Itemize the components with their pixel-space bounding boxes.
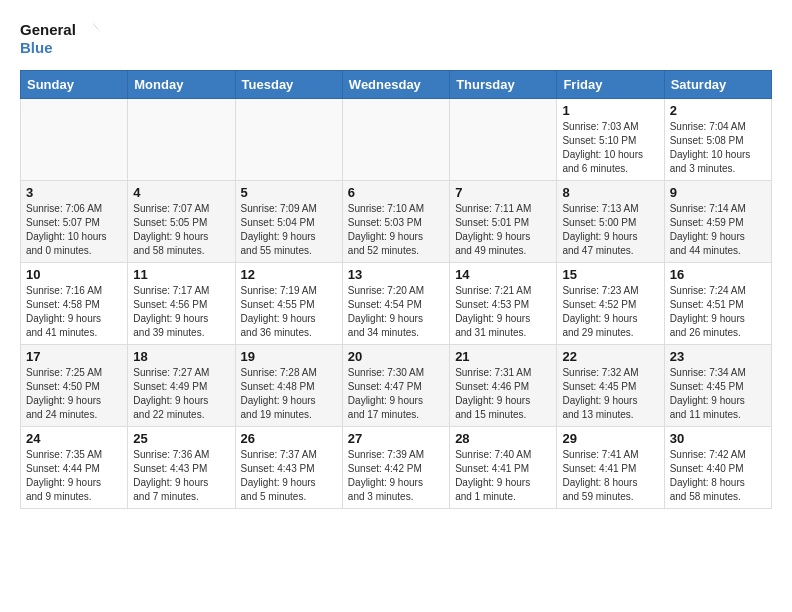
calendar-cell: 18Sunrise: 7:27 AM Sunset: 4:49 PM Dayli… [128, 345, 235, 427]
calendar-cell: 14Sunrise: 7:21 AM Sunset: 4:53 PM Dayli… [450, 263, 557, 345]
day-info: Sunrise: 7:42 AM Sunset: 4:40 PM Dayligh… [670, 448, 766, 504]
day-number: 17 [26, 349, 122, 364]
calendar-cell: 11Sunrise: 7:17 AM Sunset: 4:56 PM Dayli… [128, 263, 235, 345]
svg-text:Blue: Blue [20, 39, 53, 56]
day-number: 8 [562, 185, 658, 200]
day-info: Sunrise: 7:39 AM Sunset: 4:42 PM Dayligh… [348, 448, 444, 504]
day-number: 21 [455, 349, 551, 364]
logo-svg: GeneralBlue [20, 16, 105, 60]
day-info: Sunrise: 7:13 AM Sunset: 5:00 PM Dayligh… [562, 202, 658, 258]
calendar-header-row: SundayMondayTuesdayWednesdayThursdayFrid… [21, 71, 772, 99]
logo: GeneralBlue [20, 16, 105, 60]
calendar-cell: 9Sunrise: 7:14 AM Sunset: 4:59 PM Daylig… [664, 181, 771, 263]
day-number: 30 [670, 431, 766, 446]
day-number: 23 [670, 349, 766, 364]
day-info: Sunrise: 7:14 AM Sunset: 4:59 PM Dayligh… [670, 202, 766, 258]
weekday-header: Thursday [450, 71, 557, 99]
calendar-cell: 17Sunrise: 7:25 AM Sunset: 4:50 PM Dayli… [21, 345, 128, 427]
calendar-cell: 19Sunrise: 7:28 AM Sunset: 4:48 PM Dayli… [235, 345, 342, 427]
calendar-cell: 16Sunrise: 7:24 AM Sunset: 4:51 PM Dayli… [664, 263, 771, 345]
calendar-cell: 28Sunrise: 7:40 AM Sunset: 4:41 PM Dayli… [450, 427, 557, 509]
header: GeneralBlue [20, 16, 772, 60]
day-info: Sunrise: 7:20 AM Sunset: 4:54 PM Dayligh… [348, 284, 444, 340]
day-number: 7 [455, 185, 551, 200]
day-info: Sunrise: 7:30 AM Sunset: 4:47 PM Dayligh… [348, 366, 444, 422]
day-number: 24 [26, 431, 122, 446]
day-number: 15 [562, 267, 658, 282]
calendar-cell: 12Sunrise: 7:19 AM Sunset: 4:55 PM Dayli… [235, 263, 342, 345]
weekday-header: Monday [128, 71, 235, 99]
day-info: Sunrise: 7:28 AM Sunset: 4:48 PM Dayligh… [241, 366, 337, 422]
day-info: Sunrise: 7:03 AM Sunset: 5:10 PM Dayligh… [562, 120, 658, 176]
day-info: Sunrise: 7:35 AM Sunset: 4:44 PM Dayligh… [26, 448, 122, 504]
svg-marker-2 [92, 22, 102, 34]
day-info: Sunrise: 7:25 AM Sunset: 4:50 PM Dayligh… [26, 366, 122, 422]
day-info: Sunrise: 7:31 AM Sunset: 4:46 PM Dayligh… [455, 366, 551, 422]
svg-text:General: General [20, 21, 76, 38]
calendar-cell [21, 99, 128, 181]
calendar-cell: 3Sunrise: 7:06 AM Sunset: 5:07 PM Daylig… [21, 181, 128, 263]
day-number: 12 [241, 267, 337, 282]
day-number: 10 [26, 267, 122, 282]
day-number: 16 [670, 267, 766, 282]
day-number: 25 [133, 431, 229, 446]
day-info: Sunrise: 7:34 AM Sunset: 4:45 PM Dayligh… [670, 366, 766, 422]
calendar-week-row: 10Sunrise: 7:16 AM Sunset: 4:58 PM Dayli… [21, 263, 772, 345]
calendar-cell: 25Sunrise: 7:36 AM Sunset: 4:43 PM Dayli… [128, 427, 235, 509]
day-number: 3 [26, 185, 122, 200]
day-info: Sunrise: 7:04 AM Sunset: 5:08 PM Dayligh… [670, 120, 766, 176]
day-number: 2 [670, 103, 766, 118]
calendar-cell: 2Sunrise: 7:04 AM Sunset: 5:08 PM Daylig… [664, 99, 771, 181]
calendar-cell: 4Sunrise: 7:07 AM Sunset: 5:05 PM Daylig… [128, 181, 235, 263]
calendar-cell: 26Sunrise: 7:37 AM Sunset: 4:43 PM Dayli… [235, 427, 342, 509]
day-info: Sunrise: 7:40 AM Sunset: 4:41 PM Dayligh… [455, 448, 551, 504]
day-info: Sunrise: 7:17 AM Sunset: 4:56 PM Dayligh… [133, 284, 229, 340]
calendar-cell: 15Sunrise: 7:23 AM Sunset: 4:52 PM Dayli… [557, 263, 664, 345]
day-info: Sunrise: 7:23 AM Sunset: 4:52 PM Dayligh… [562, 284, 658, 340]
day-info: Sunrise: 7:36 AM Sunset: 4:43 PM Dayligh… [133, 448, 229, 504]
day-number: 28 [455, 431, 551, 446]
calendar-cell: 5Sunrise: 7:09 AM Sunset: 5:04 PM Daylig… [235, 181, 342, 263]
day-number: 11 [133, 267, 229, 282]
calendar-cell: 10Sunrise: 7:16 AM Sunset: 4:58 PM Dayli… [21, 263, 128, 345]
calendar-cell: 21Sunrise: 7:31 AM Sunset: 4:46 PM Dayli… [450, 345, 557, 427]
calendar-cell: 30Sunrise: 7:42 AM Sunset: 4:40 PM Dayli… [664, 427, 771, 509]
calendar-week-row: 1Sunrise: 7:03 AM Sunset: 5:10 PM Daylig… [21, 99, 772, 181]
day-info: Sunrise: 7:10 AM Sunset: 5:03 PM Dayligh… [348, 202, 444, 258]
weekday-header: Sunday [21, 71, 128, 99]
calendar-cell [235, 99, 342, 181]
day-info: Sunrise: 7:37 AM Sunset: 4:43 PM Dayligh… [241, 448, 337, 504]
day-number: 1 [562, 103, 658, 118]
calendar-cell: 22Sunrise: 7:32 AM Sunset: 4:45 PM Dayli… [557, 345, 664, 427]
weekday-header: Tuesday [235, 71, 342, 99]
calendar: SundayMondayTuesdayWednesdayThursdayFrid… [20, 70, 772, 509]
calendar-cell: 27Sunrise: 7:39 AM Sunset: 4:42 PM Dayli… [342, 427, 449, 509]
day-info: Sunrise: 7:41 AM Sunset: 4:41 PM Dayligh… [562, 448, 658, 504]
calendar-cell: 8Sunrise: 7:13 AM Sunset: 5:00 PM Daylig… [557, 181, 664, 263]
calendar-cell [450, 99, 557, 181]
weekday-header: Wednesday [342, 71, 449, 99]
day-number: 18 [133, 349, 229, 364]
day-number: 5 [241, 185, 337, 200]
day-info: Sunrise: 7:27 AM Sunset: 4:49 PM Dayligh… [133, 366, 229, 422]
calendar-cell: 24Sunrise: 7:35 AM Sunset: 4:44 PM Dayli… [21, 427, 128, 509]
day-info: Sunrise: 7:24 AM Sunset: 4:51 PM Dayligh… [670, 284, 766, 340]
day-number: 4 [133, 185, 229, 200]
calendar-cell [128, 99, 235, 181]
day-info: Sunrise: 7:09 AM Sunset: 5:04 PM Dayligh… [241, 202, 337, 258]
weekday-header: Saturday [664, 71, 771, 99]
calendar-cell: 7Sunrise: 7:11 AM Sunset: 5:01 PM Daylig… [450, 181, 557, 263]
calendar-cell: 6Sunrise: 7:10 AM Sunset: 5:03 PM Daylig… [342, 181, 449, 263]
day-number: 14 [455, 267, 551, 282]
calendar-cell: 29Sunrise: 7:41 AM Sunset: 4:41 PM Dayli… [557, 427, 664, 509]
calendar-cell: 13Sunrise: 7:20 AM Sunset: 4:54 PM Dayli… [342, 263, 449, 345]
calendar-cell [342, 99, 449, 181]
day-number: 19 [241, 349, 337, 364]
calendar-cell: 23Sunrise: 7:34 AM Sunset: 4:45 PM Dayli… [664, 345, 771, 427]
weekday-header: Friday [557, 71, 664, 99]
day-number: 22 [562, 349, 658, 364]
calendar-week-row: 3Sunrise: 7:06 AM Sunset: 5:07 PM Daylig… [21, 181, 772, 263]
day-number: 27 [348, 431, 444, 446]
day-number: 6 [348, 185, 444, 200]
day-number: 29 [562, 431, 658, 446]
